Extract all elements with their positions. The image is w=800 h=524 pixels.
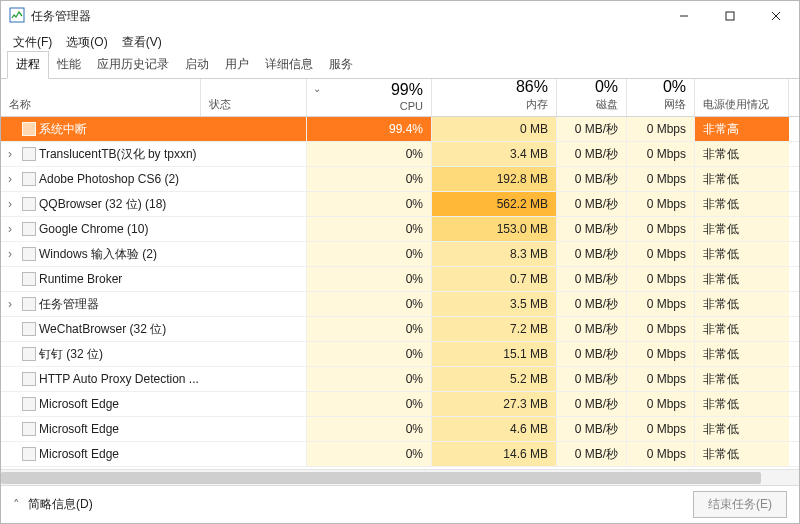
row-name-cell[interactable]: ›QQBrowser (32 位) (18) [1,192,307,216]
process-name: 系统中断 [39,121,306,138]
app-icon [19,297,39,311]
memory-cell: 0 MB [432,117,557,141]
brief-info-link[interactable]: 简略信息(D) [28,496,93,513]
maximize-button[interactable] [707,1,753,31]
row-name-cell[interactable]: Microsoft Edge [1,392,307,416]
expand-icon[interactable]: › [1,247,19,261]
menu-options[interactable]: 选项(O) [62,32,111,53]
title-bar: 任务管理器 [1,1,799,31]
expand-icon[interactable]: › [1,222,19,236]
cpu-cell: 0% [307,142,432,166]
table-row[interactable]: HTTP Auto Proxy Detection ...0%5.2 MB0 M… [1,367,799,392]
disk-cell: 0 MB/秒 [557,317,627,341]
row-name-cell[interactable]: Microsoft Edge [1,442,307,466]
col-network[interactable]: 0% 网络 [627,79,695,116]
disk-cell: 0 MB/秒 [557,242,627,266]
row-name-cell[interactable]: ›Windows 输入体验 (2) [1,242,307,266]
power-cell: 非常低 [695,267,789,291]
process-name: WeChatBrowser (32 位) [39,321,306,338]
row-name-cell[interactable]: Runtime Broker [1,267,307,291]
expand-icon[interactable]: › [1,172,19,186]
col-disk[interactable]: 0% 磁盘 [557,79,627,116]
menu-bar: 文件(F) 选项(O) 查看(V) [1,31,799,53]
disk-cell: 0 MB/秒 [557,267,627,291]
expand-icon[interactable]: › [1,147,19,161]
window-title: 任务管理器 [31,8,91,25]
tab-app-history[interactable]: 应用历史记录 [89,52,177,78]
expand-icon[interactable]: › [1,297,19,311]
app-icon [19,397,39,411]
rows-container: 系统中断99.4%0 MB0 MB/秒0 Mbps非常高›Translucent… [1,117,799,469]
tab-users[interactable]: 用户 [217,52,257,78]
tab-services[interactable]: 服务 [321,52,361,78]
table-row[interactable]: Runtime Broker0%0.7 MB0 MB/秒0 Mbps非常低 [1,267,799,292]
menu-view[interactable]: 查看(V) [118,32,166,53]
row-name-cell[interactable]: ›TranslucentTB(汉化 by tpxxn) [1,142,307,166]
network-cell: 0 Mbps [627,217,695,241]
row-name-cell[interactable]: ›Adobe Photoshop CS6 (2) [1,167,307,191]
table-row[interactable]: ›Windows 输入体验 (2)0%8.3 MB0 MB/秒0 Mbps非常低 [1,242,799,267]
table-row[interactable]: ›Adobe Photoshop CS6 (2)0%192.8 MB0 MB/秒… [1,167,799,192]
app-icon [19,422,39,436]
table-row[interactable]: ›QQBrowser (32 位) (18)0%562.2 MB0 MB/秒0 … [1,192,799,217]
power-cell: 非常低 [695,292,789,316]
process-name: 任务管理器 [39,296,306,313]
process-name: Google Chrome (10) [39,222,306,236]
network-cell: 0 Mbps [627,367,695,391]
network-cell: 0 Mbps [627,192,695,216]
tab-startup[interactable]: 启动 [177,52,217,78]
process-name: Adobe Photoshop CS6 (2) [39,172,306,186]
memory-cell: 3.5 MB [432,292,557,316]
tab-performance[interactable]: 性能 [49,52,89,78]
row-name-cell[interactable]: HTTP Auto Proxy Detection ... [1,367,307,391]
memory-cell: 562.2 MB [432,192,557,216]
row-name-cell[interactable]: ›任务管理器 [1,292,307,316]
col-name[interactable]: 名称 [1,79,201,116]
table-row[interactable]: 系统中断99.4%0 MB0 MB/秒0 Mbps非常高 [1,117,799,142]
close-button[interactable] [753,1,799,31]
row-name-cell[interactable]: Microsoft Edge [1,417,307,441]
minimize-button[interactable] [661,1,707,31]
row-name-cell[interactable]: ›Google Chrome (10) [1,217,307,241]
row-name-cell[interactable]: 系统中断 [1,117,307,141]
tab-processes[interactable]: 进程 [7,51,49,79]
cpu-cell: 0% [307,392,432,416]
memory-cell: 14.6 MB [432,442,557,466]
col-status[interactable]: 状态 [201,79,307,116]
table-row[interactable]: Microsoft Edge0%4.6 MB0 MB/秒0 Mbps非常低 [1,417,799,442]
power-cell: 非常低 [695,192,789,216]
tab-details[interactable]: 详细信息 [257,52,321,78]
col-memory[interactable]: 86% 内存 [432,79,557,116]
app-icon [19,172,39,186]
process-name: Microsoft Edge [39,422,306,436]
table-row[interactable]: ›Google Chrome (10)0%153.0 MB0 MB/秒0 Mbp… [1,217,799,242]
table-row[interactable]: 钉钉 (32 位)0%15.1 MB0 MB/秒0 Mbps非常低 [1,342,799,367]
network-cell: 0 Mbps [627,167,695,191]
cpu-cell: 0% [307,217,432,241]
menu-file[interactable]: 文件(F) [9,32,56,53]
chevron-up-icon[interactable]: ˄ [13,497,20,512]
process-name: HTTP Auto Proxy Detection ... [39,372,306,386]
cpu-cell: 0% [307,342,432,366]
disk-cell: 0 MB/秒 [557,292,627,316]
table-row[interactable]: ›任务管理器0%3.5 MB0 MB/秒0 Mbps非常低 [1,292,799,317]
scrollbar-thumb[interactable] [1,472,761,484]
network-cell: 0 Mbps [627,267,695,291]
process-name: Microsoft Edge [39,397,306,411]
end-task-button[interactable]: 结束任务(E) [693,491,787,518]
table-row[interactable]: Microsoft Edge0%27.3 MB0 MB/秒0 Mbps非常低 [1,392,799,417]
network-cell: 0 Mbps [627,142,695,166]
table-row[interactable]: ›TranslucentTB(汉化 by tpxxn)0%3.4 MB0 MB/… [1,142,799,167]
table-row[interactable]: Microsoft Edge0%14.6 MB0 MB/秒0 Mbps非常低 [1,442,799,467]
app-icon [19,347,39,361]
col-cpu[interactable]: ⌄ 99% CPU [307,79,432,116]
col-power[interactable]: 电源使用情况 [695,79,789,116]
cpu-cell: 0% [307,367,432,391]
row-name-cell[interactable]: WeChatBrowser (32 位) [1,317,307,341]
expand-icon[interactable]: › [1,197,19,211]
cpu-cell: 0% [307,317,432,341]
power-cell: 非常低 [695,167,789,191]
table-row[interactable]: WeChatBrowser (32 位)0%7.2 MB0 MB/秒0 Mbps… [1,317,799,342]
row-name-cell[interactable]: 钉钉 (32 位) [1,342,307,366]
horizontal-scrollbar[interactable] [1,469,799,485]
